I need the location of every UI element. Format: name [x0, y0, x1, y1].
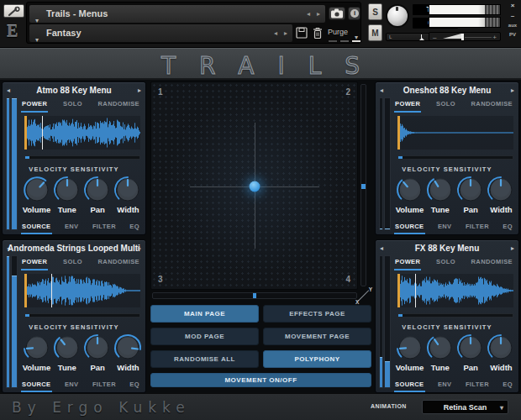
knob-volume[interactable]: Volume [22, 176, 51, 214]
button-main-page[interactable]: MAIN PAGE [150, 305, 259, 323]
layer-volume-slider-b[interactable] [384, 255, 391, 388]
pan-handle[interactable] [419, 34, 424, 39]
chevron-down-icon[interactable] [500, 401, 503, 415]
knob-width[interactable]: Width [487, 176, 516, 214]
volume-minus[interactable]: – [433, 34, 436, 41]
tab-randomise[interactable]: RANDOMISE [97, 258, 140, 270]
button-effects-page[interactable]: EFFECTS PAGE [263, 305, 371, 323]
offset-handle[interactable] [398, 156, 403, 159]
mute-button[interactable]: M [368, 24, 382, 41]
sample-start-marker[interactable] [24, 274, 27, 307]
knob-pan[interactable]: Pan [456, 176, 486, 214]
layer-volume-slider-a[interactable] [379, 97, 383, 230]
offset-handle[interactable] [25, 314, 29, 317]
knob-volume[interactable]: Volume [395, 176, 424, 214]
knob-volume[interactable]: Volume [22, 333, 51, 372]
next-menu-icon[interactable] [138, 244, 141, 252]
knob-pan[interactable]: Pan [83, 176, 113, 214]
purge-menu[interactable]: Purge [328, 28, 348, 36]
button-polyphony[interactable]: POLYPHONY [263, 350, 371, 368]
waveform-display[interactable] [397, 116, 513, 150]
tab-eq[interactable]: EQ [129, 381, 140, 392]
x-slider-handle[interactable] [253, 293, 256, 298]
button-randomise-all[interactable]: RANDOMISE ALL [150, 350, 259, 368]
next-instrument-icon[interactable] [317, 10, 320, 18]
y-axis-slider[interactable] [360, 84, 366, 286]
layer-volume-slider-b[interactable] [11, 255, 18, 388]
aux-button[interactable]: aux [506, 23, 519, 28]
xy-pad[interactable]: 1 2 3 4 [150, 81, 358, 290]
tab-env[interactable]: ENV [437, 223, 453, 234]
tab-power[interactable]: POWER [21, 100, 48, 113]
tab-power[interactable]: POWER [394, 100, 421, 113]
panel-title[interactable]: Atmo 88 Key Menu [3, 86, 145, 95]
panel-title[interactable]: FX 88 Key Menu [376, 244, 518, 253]
info-icon[interactable]: i [348, 7, 360, 20]
tab-solo[interactable]: SOLO [435, 258, 456, 270]
panel-title[interactable]: Oneshot 88 Key Menu [376, 86, 518, 95]
tab-filter[interactable]: FILTER [92, 381, 117, 392]
tab-eq[interactable]: EQ [129, 223, 140, 234]
button-mod-page[interactable]: MOD PAGE [150, 328, 259, 345]
tab-filter[interactable]: FILTER [92, 223, 117, 234]
next-menu-icon[interactable] [138, 87, 141, 94]
sample-start-marker[interactable] [24, 116, 27, 150]
sample-start-marker[interactable] [397, 274, 400, 307]
tab-source[interactable]: SOURCE [21, 223, 52, 234]
xy-cursor[interactable] [249, 181, 260, 192]
layer-volume-slider-a[interactable] [6, 97, 10, 230]
button-movement-on-off[interactable]: MOVEMENT ON/OFF [150, 373, 371, 387]
camera-icon[interactable] [329, 7, 345, 20]
tab-source[interactable]: SOURCE [394, 381, 425, 392]
knob-pan[interactable]: Pan [83, 333, 113, 372]
prev-instrument-icon[interactable] [307, 10, 310, 18]
preset-row[interactable]: Fantasy [29, 24, 292, 42]
offset-handle[interactable] [398, 314, 403, 317]
volume-handle[interactable] [461, 34, 464, 40]
waveform-display[interactable] [397, 274, 513, 307]
tab-env[interactable]: ENV [64, 223, 80, 234]
knob-pan[interactable]: Pan [456, 333, 486, 372]
tune-knob[interactable] [386, 4, 409, 28]
layer-volume-slider-a[interactable] [6, 255, 10, 388]
sample-offset-slider[interactable] [397, 313, 513, 318]
knob-width[interactable]: Width [113, 333, 143, 372]
tab-power[interactable]: POWER [394, 258, 421, 270]
prev-preset-icon[interactable] [274, 29, 277, 37]
tab-source[interactable]: SOURCE [21, 381, 52, 392]
button-movement-page[interactable]: MOVEMENT PAGE [263, 328, 371, 345]
chevron-down-icon[interactable] [35, 30, 39, 45]
sample-offset-slider[interactable] [24, 155, 140, 160]
knob-tune[interactable]: Tune [52, 333, 82, 372]
knob-width[interactable]: Width [487, 333, 516, 372]
next-menu-icon[interactable] [511, 244, 514, 252]
volume-slider[interactable]: – + [429, 32, 501, 41]
layer-volume-slider-b[interactable] [11, 97, 18, 230]
x-axis-slider[interactable] [152, 292, 357, 299]
tab-power[interactable]: POWER [21, 258, 48, 270]
y-slider-handle[interactable] [361, 184, 366, 189]
waveform-display[interactable] [24, 274, 140, 307]
next-menu-icon[interactable] [511, 87, 514, 94]
tab-filter[interactable]: FILTER [465, 381, 490, 392]
tab-solo[interactable]: SOLO [435, 100, 456, 113]
tab-solo[interactable]: SOLO [62, 100, 83, 113]
tab-randomise[interactable]: RANDOMISE [471, 100, 513, 113]
offset-handle[interactable] [25, 156, 29, 159]
knob-tune[interactable]: Tune [52, 176, 82, 214]
instrument-title-row[interactable]: Trails - Menus [29, 5, 325, 23]
tab-solo[interactable]: SOLO [62, 258, 83, 270]
sample-start-marker[interactable] [397, 116, 400, 150]
waveform-display[interactable] [24, 116, 140, 150]
sample-offset-slider[interactable] [24, 313, 140, 318]
tab-randomise[interactable]: RANDOMISE [97, 100, 140, 113]
panel-title[interactable]: Andromeda Strings Looped Multi [3, 244, 145, 253]
close-button[interactable]: × [506, 2, 519, 9]
tab-randomise[interactable]: RANDOMISE [471, 258, 513, 270]
tab-env[interactable]: ENV [437, 381, 453, 392]
animation-dropdown[interactable]: Retina Scan [422, 400, 508, 414]
wrench-icon[interactable] [3, 4, 24, 18]
knob-width[interactable]: Width [113, 176, 143, 214]
tab-eq[interactable]: EQ [502, 381, 513, 392]
tab-filter[interactable]: FILTER [465, 223, 490, 234]
